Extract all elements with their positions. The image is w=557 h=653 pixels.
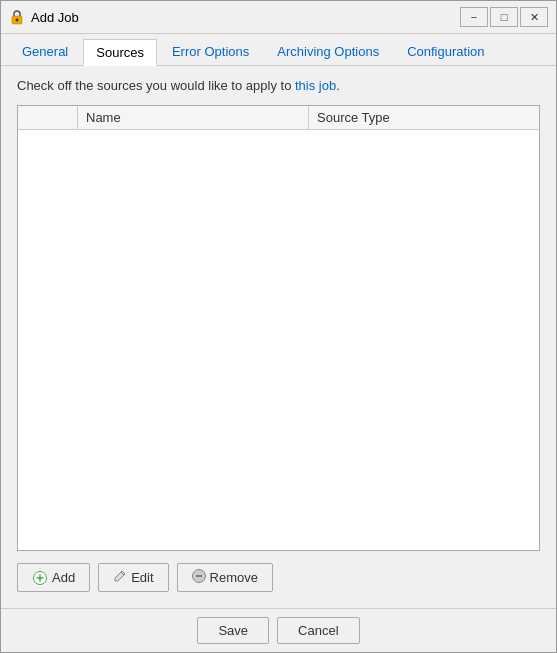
add-button[interactable]: Add (17, 563, 90, 592)
edit-button[interactable]: Edit (98, 563, 168, 592)
lock-icon (9, 9, 25, 25)
action-buttons: Add Edit Remove (17, 559, 540, 596)
instruction-link: this job (295, 78, 336, 93)
close-button[interactable]: ✕ (520, 7, 548, 27)
maximize-button[interactable]: □ (490, 7, 518, 27)
tab-general[interactable]: General (9, 38, 81, 65)
table-body (18, 130, 539, 550)
window-controls: − □ ✕ (460, 7, 548, 27)
remove-button[interactable]: Remove (177, 563, 273, 592)
remove-icon (192, 569, 206, 586)
table-col-name: Name (78, 106, 309, 129)
tab-sources[interactable]: Sources (83, 39, 157, 66)
instruction-text: Check off the sources you would like to … (17, 78, 540, 93)
title-bar: Add Job − □ ✕ (1, 1, 556, 34)
tab-configuration[interactable]: Configuration (394, 38, 497, 65)
tab-error-options[interactable]: Error Options (159, 38, 262, 65)
edit-label: Edit (131, 570, 153, 585)
remove-label: Remove (210, 570, 258, 585)
content-area: Check off the sources you would like to … (1, 66, 556, 608)
edit-icon (113, 569, 127, 586)
add-label: Add (52, 570, 75, 585)
table-col-source-type: Source Type (309, 106, 539, 129)
add-icon (32, 570, 48, 586)
save-button[interactable]: Save (197, 617, 269, 644)
svg-point-1 (16, 19, 19, 22)
minimize-button[interactable]: − (460, 7, 488, 27)
sources-table: Name Source Type (17, 105, 540, 551)
tab-bar: General Sources Error Options Archiving … (1, 34, 556, 66)
table-col-checkbox (18, 106, 78, 129)
cancel-button[interactable]: Cancel (277, 617, 359, 644)
main-window: Add Job − □ ✕ General Sources Error Opti… (0, 0, 557, 653)
tab-archiving-options[interactable]: Archiving Options (264, 38, 392, 65)
window-title: Add Job (31, 10, 454, 25)
table-header: Name Source Type (18, 106, 539, 130)
footer: Save Cancel (1, 608, 556, 652)
